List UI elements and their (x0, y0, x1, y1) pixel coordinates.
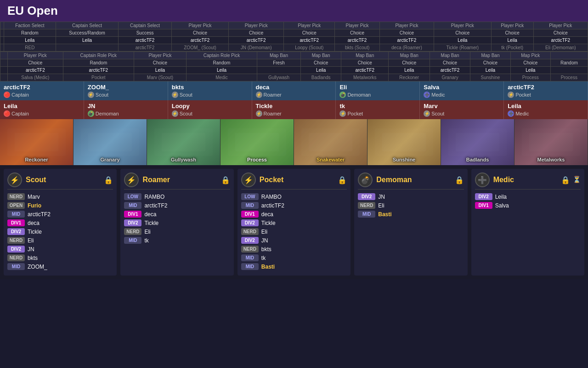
player-role: ⚡Scout (424, 110, 500, 117)
svg-rect-13 (456, 133, 499, 151)
player-name: Marv (424, 103, 500, 109)
player-entry: NERDEli (358, 202, 464, 209)
player-entry: MIDtk (124, 237, 230, 244)
player-role: 🔴Captain (4, 92, 80, 98)
rank-badge: NERD (124, 228, 141, 235)
player-entry-name: Basti (378, 211, 391, 218)
player-name: ZOOM_ (88, 84, 164, 91)
role-icon-big: ⚡ (7, 172, 22, 187)
draft-player: Leila (56, 37, 118, 44)
draft-type-bot: Choice (510, 59, 550, 67)
role-title: Pocket (260, 176, 283, 184)
blue-player-cell: Salva➕Medic (420, 81, 504, 100)
draft-col-header: Faction Select (4, 22, 56, 29)
player-entry-name: Tickle (261, 220, 276, 226)
player-name: Leila (508, 103, 584, 109)
draft-col-header: Player Pick (533, 22, 588, 29)
player-entry-name: JN (28, 246, 34, 253)
role-icon: ➕ (424, 92, 430, 98)
draft-team-bot: Pocket (63, 74, 134, 81)
roles-section: ⚡Scout🔒NERDMarvOPENFurioMIDarcticTF2DIV1… (0, 165, 588, 279)
role-icon: ⚡ (172, 110, 178, 117)
draft-player: arcticTF2 (171, 37, 228, 44)
player-entry: DIV1deca (7, 219, 113, 226)
draft-player: arcticTF2 (284, 37, 335, 44)
player-entry: NERDbkts (241, 246, 347, 253)
timer-icon: ⏳ (573, 176, 581, 184)
draft-col-header-bot: Map Ban (389, 52, 430, 59)
role-icon: 💣 (88, 110, 94, 117)
red-player-cell: Tickle⚡Roamer (252, 100, 336, 119)
draft-col-header-bot: Map Ban (301, 52, 341, 59)
red-player-cell: Marv⚡Scout (420, 100, 504, 119)
role-icon: ⚡ (339, 110, 346, 117)
rank-badge: NERD (7, 193, 25, 200)
rank-badge: DIV2 (241, 237, 259, 244)
player-entry-name: arcticTF2 (261, 202, 284, 209)
draft-col-header: Player Pick (284, 22, 335, 29)
role-label: Pocket (515, 92, 531, 98)
player-entry: DIV2Leila (475, 193, 581, 200)
role-column: ➕Medic🔒⏳DIV2LeilaDIV1Salva (471, 169, 584, 276)
draft-col-header: Captain Select (119, 22, 172, 29)
map-card: Granary (74, 119, 147, 165)
rank-badge: LOW (241, 193, 259, 200)
draft-player-bot (257, 67, 301, 74)
player-entry-name: bkts (261, 246, 271, 253)
blue-player-cell: ZOOM_⚡Scout (84, 81, 168, 100)
draft-type: Choice (533, 29, 588, 37)
player-entry-name: arcticTF2 (144, 202, 167, 209)
svg-rect-9 (309, 133, 352, 151)
draft-team: tk (Pocket) (491, 44, 533, 52)
player-entry-name: Tickle (28, 229, 42, 235)
player-entry-name: Tickle (144, 220, 158, 226)
player-entry: OPENFurio (7, 202, 113, 209)
draft-team-bot: Gullywash (257, 74, 301, 81)
role-label: Scout (180, 111, 192, 116)
player-name: arcticTF2 (508, 84, 584, 91)
red-player-cell: JN💣Demoman (84, 100, 168, 119)
player-entry-name: JN (378, 194, 385, 200)
player-role: ➕Medic (508, 110, 584, 117)
player-entry: LOWRAMBO (241, 193, 347, 200)
map-name: Sunshine (393, 157, 416, 162)
rank-badge: MID (241, 202, 259, 209)
player-role: ⚡Scout (172, 92, 248, 98)
role-label: Captain (11, 92, 29, 98)
player-entry-name: deca (28, 220, 40, 226)
red-player-cell: tk⚡Pocket (336, 100, 420, 119)
draft-type: Choice (284, 29, 335, 37)
player-entry: MIDtk (241, 254, 347, 261)
draft-player-bot: Leila (301, 67, 341, 74)
lock-icon: 🔒 (455, 176, 464, 184)
map-name: Snakewater (317, 157, 345, 162)
draft-type-bot: Random (550, 59, 588, 67)
player-name: Leila (4, 103, 80, 109)
red-player-cell: Loopy⚡Scout (168, 100, 252, 119)
draft-col-header: Player Pick (434, 22, 492, 29)
player-entry-name: tk (144, 237, 148, 244)
map-card: Reckoner (0, 119, 74, 165)
role-label: Medic (515, 111, 529, 116)
draft-type-bot: Choice (7, 59, 63, 67)
role-header: ➕Medic🔒⏳ (475, 172, 581, 190)
rank-badge: DIV2 (241, 219, 259, 226)
role-label: Roamer (264, 111, 282, 116)
draft-player: Leila (434, 37, 492, 44)
player-entry: NERDbkts (7, 254, 113, 261)
role-label: Pocket (347, 111, 363, 116)
role-icon-big: ⚡ (124, 172, 139, 187)
draft-team-bot: Marv (Scout) (134, 74, 187, 81)
player-entry: NERDEli (124, 228, 230, 235)
draft-player: arcticTF2 (229, 37, 284, 44)
rank-badge: MID (358, 211, 375, 218)
map-name: Reckoner (25, 157, 48, 162)
draft-player: arcticTF2 (119, 37, 172, 44)
player-entry: DIV2Tickle (124, 219, 230, 226)
role-icon: ⚡ (424, 110, 430, 117)
role-icon-big: ⚡ (241, 172, 256, 187)
draft-team-bot: Metalworks (341, 74, 389, 81)
role-column: ⚡Roamer🔒LOWRAMBOMIDarcticTF2DIV1decaDIV2… (120, 169, 233, 276)
red-player-cell: Leila🔴Captain (0, 100, 84, 119)
player-entry: MIDBasti (358, 211, 464, 218)
